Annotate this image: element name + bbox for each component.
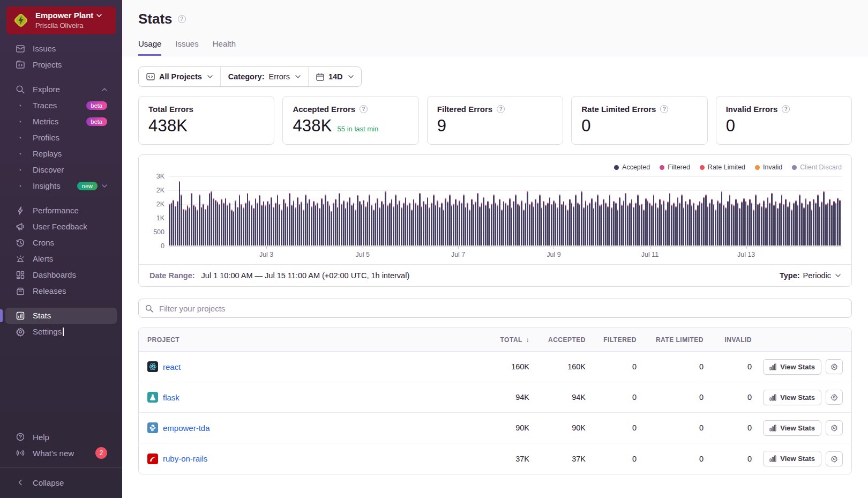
project-link[interactable]: ruby-on-rails (163, 454, 207, 463)
tab-issues[interactable]: Issues (175, 39, 198, 56)
page-title-help-icon[interactable]: ? (178, 15, 186, 23)
project-link[interactable]: react (163, 362, 181, 371)
table-row-empower-tda: empower-tda90K90K000View Stats (139, 413, 851, 443)
sidebar-item-explore[interactable]: Explore (5, 81, 117, 98)
category-filter-dropdown[interactable]: Category: Errors (220, 67, 308, 86)
sidebar-item-stats[interactable]: Stats (5, 308, 117, 324)
sidebar-item-what-s-new[interactable]: What's new2 (5, 445, 117, 461)
bar (479, 206, 481, 246)
tab-usage[interactable]: Usage (138, 39, 161, 56)
sidebar-item-issues[interactable]: Issues (5, 41, 117, 57)
sidebar-item-help[interactable]: Help (5, 429, 117, 445)
bar (777, 208, 779, 246)
project-filter-dropdown[interactable]: All Projects (139, 67, 220, 86)
bar (175, 206, 176, 246)
stat-card-help-icon[interactable]: ? (497, 105, 505, 113)
sidebar-item-metrics[interactable]: Metricsbeta (5, 114, 117, 130)
sidebar-item-user-feedback[interactable]: User Feedback (5, 219, 117, 235)
project-settings-button[interactable] (826, 390, 843, 405)
stat-card-help-icon[interactable]: ? (660, 105, 668, 113)
stats-icon (15, 311, 26, 321)
column-header-invalid[interactable]: INVALID (712, 336, 760, 344)
sidebar-item-traces[interactable]: Tracesbeta (5, 98, 117, 114)
chart-plot-area[interactable] (169, 176, 842, 246)
view-stats-button[interactable]: View Stats (763, 420, 821, 436)
bar (523, 210, 525, 246)
column-header-accepted[interactable]: ACCEPTED (538, 336, 594, 344)
org-switcher[interactable]: Empower Plant Priscila Oliveira (6, 6, 116, 34)
bar (249, 200, 250, 246)
project-search-input[interactable] (158, 303, 845, 314)
bar (493, 195, 495, 246)
sidebar-item-crons[interactable]: Crons (5, 235, 117, 251)
sidebar-item-collapse[interactable]: Collapse (5, 474, 117, 490)
column-header-rate-limited[interactable]: RATE LIMITED (645, 336, 712, 344)
sidebar-item-label: Help (33, 433, 49, 442)
legend-dot-icon (614, 165, 619, 170)
column-header-filtered[interactable]: FILTERED (594, 336, 645, 344)
bar (589, 203, 590, 246)
bar (483, 197, 484, 246)
bar (721, 191, 723, 246)
view-stats-button[interactable]: View Stats (763, 359, 821, 375)
bar (471, 199, 473, 246)
bar (365, 206, 366, 246)
bar (545, 205, 547, 246)
x-axis-tick (746, 246, 747, 249)
legend-item-rate-limited[interactable]: Rate Limited (700, 163, 745, 171)
bar (789, 202, 791, 246)
type-dropdown[interactable]: Type: Periodic (780, 271, 841, 280)
bar (719, 203, 721, 246)
bar (779, 203, 781, 246)
sidebar-item-settings[interactable]: Settings (5, 324, 117, 340)
project-settings-button[interactable] (826, 359, 843, 374)
bar (665, 210, 667, 246)
bar (543, 201, 544, 246)
project-settings-button[interactable] (826, 420, 843, 435)
bar (647, 200, 649, 246)
cell-total: 37K (479, 455, 538, 463)
bar (465, 207, 467, 246)
legend-item-accepted[interactable]: Accepted (614, 163, 650, 171)
bar (279, 204, 280, 246)
y-axis-tick-label: 2K (156, 187, 164, 194)
date-range-dropdown[interactable]: 14D (308, 67, 361, 86)
bar (443, 210, 445, 246)
bar (797, 205, 799, 246)
sidebar-item-profiles[interactable]: Profiles (5, 130, 117, 146)
sidebar-item-alerts[interactable]: Alerts (5, 251, 117, 267)
bar (691, 205, 693, 246)
view-stats-button[interactable]: View Stats (763, 451, 821, 466)
bar (565, 205, 566, 246)
legend-item-client-discard[interactable]: Client Discard (792, 163, 842, 171)
bar (591, 198, 593, 246)
legend-item-invalid[interactable]: Invalid (755, 163, 782, 171)
sidebar-item-label: Metrics (33, 117, 58, 126)
stat-card-accepted-errors: Accepted Errors?438K55 in last min (282, 96, 418, 145)
project-link[interactable]: empower-tda (163, 423, 210, 433)
bar (419, 193, 421, 246)
view-stats-button[interactable]: View Stats (763, 390, 821, 405)
bar (211, 191, 212, 246)
bar (301, 202, 302, 246)
bar (261, 205, 263, 246)
sidebar-item-replays[interactable]: Replays (5, 146, 117, 162)
stat-card-help-icon[interactable]: ? (782, 105, 790, 113)
sidebar-item-discover[interactable]: Discover (5, 162, 117, 178)
bar (633, 207, 634, 246)
stat-card-value: 438K (148, 116, 188, 136)
bar (627, 205, 628, 246)
tab-health[interactable]: Health (213, 39, 236, 56)
sidebar-item-projects[interactable]: Projects (5, 57, 117, 73)
column-header-total[interactable]: TOTAL ↓ (479, 336, 538, 344)
project-link[interactable]: flask (163, 393, 179, 402)
stat-card-help-icon[interactable]: ? (360, 105, 368, 113)
bar (503, 201, 505, 246)
sidebar-item-insights[interactable]: Insightsnew (5, 178, 117, 194)
project-settings-button[interactable] (826, 451, 843, 466)
legend-item-filtered[interactable]: Filtered (660, 163, 690, 171)
sidebar-item-dashboards[interactable]: Dashboards (5, 267, 117, 283)
sidebar-item-performance[interactable]: Performance (5, 203, 117, 219)
sidebar-item-releases[interactable]: Releases (5, 283, 117, 299)
bar (625, 193, 626, 246)
